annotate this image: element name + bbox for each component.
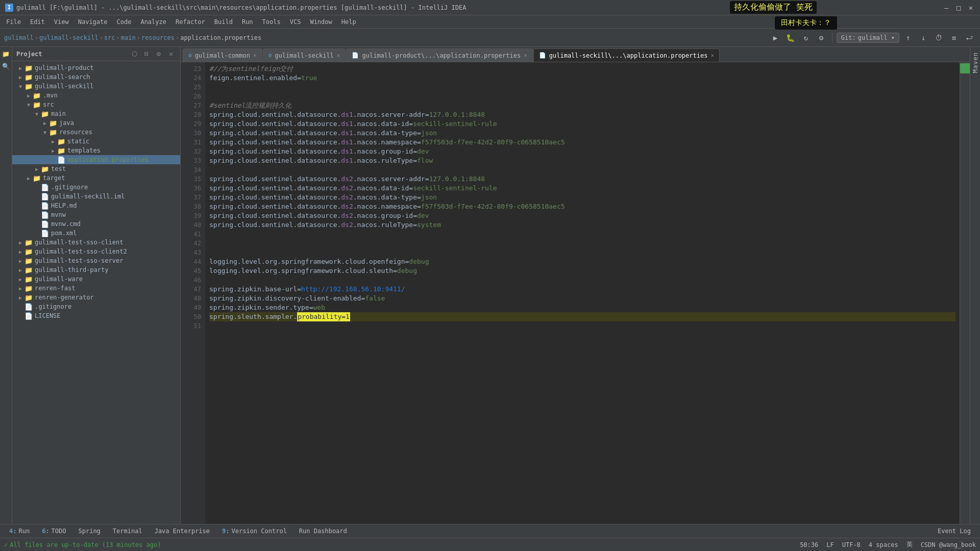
tree-item-pomxml[interactable]: 📄 pom.xml bbox=[12, 229, 180, 238]
toggle-main[interactable]: ▼ bbox=[33, 110, 41, 118]
toggle-test[interactable]: ▶ bbox=[33, 165, 41, 173]
tree-item-ware[interactable]: ▶ 📁 gulimall-ware bbox=[12, 274, 180, 284]
toolbar-git-history[interactable]: ⏱ bbox=[932, 31, 945, 44]
bottom-tab-todo[interactable]: 6: TODO bbox=[37, 526, 71, 536]
bottom-tab-version-control[interactable]: 9: Version Control bbox=[217, 526, 292, 536]
tab-gulimall-seckill[interactable]: ⚙ gulimall-seckill ✕ bbox=[263, 48, 346, 62]
window-controls[interactable]: — □ ✕ bbox=[942, 4, 975, 12]
breadcrumb-file[interactable]: application.properties bbox=[180, 34, 261, 41]
toolbar-debug-btn[interactable]: 🐛 bbox=[784, 31, 797, 44]
panel-icon-external[interactable]: ⬡ bbox=[129, 49, 139, 59]
panel-icon-collapse[interactable]: ⊟ bbox=[141, 49, 152, 59]
tree-item-main[interactable]: ▼ 📁 main bbox=[12, 109, 180, 118]
toolbar-git-push[interactable]: ↑ bbox=[901, 31, 915, 44]
bottom-tab-terminal[interactable]: Terminal bbox=[108, 526, 148, 536]
toolbar-git-annotate[interactable]: ≡ bbox=[947, 31, 961, 44]
breadcrumb-gulimall[interactable]: gulimall bbox=[4, 34, 34, 41]
status-position[interactable]: 50:36 bbox=[800, 541, 818, 548]
tree-item-application-properties[interactable]: 📄 application.properties bbox=[12, 155, 180, 164]
menu-run[interactable]: Run bbox=[238, 17, 257, 27]
breadcrumb-seckill[interactable]: gulimall-seckill bbox=[39, 34, 99, 41]
tab-close-product-prop[interactable]: ✕ bbox=[524, 52, 527, 59]
status-line-ending[interactable]: LF bbox=[826, 541, 834, 548]
toggle-test-sso-client2[interactable]: ▶ bbox=[16, 247, 24, 256]
toggle-renren-generator[interactable]: ▶ bbox=[16, 293, 24, 302]
code-area[interactable]: #//为sentinelfeign交付 feign.sentinel.enabl… bbox=[205, 62, 960, 524]
tree-item-root-gitignore[interactable]: 📄 .gitignore bbox=[12, 302, 180, 311]
tree-item-static[interactable]: ▶ 📁 static bbox=[12, 137, 180, 146]
toggle-mvn[interactable]: ▶ bbox=[24, 91, 33, 99]
tree-item-gulimall-seckill[interactable]: ▼ 📁 gulimall-seckill bbox=[12, 82, 180, 91]
tree-item-target[interactable]: ▶ 📁 target bbox=[12, 173, 180, 183]
minimize-button[interactable]: — bbox=[942, 4, 950, 12]
tree-item-mvnwcmd[interactable]: 📄 mvnw.cmd bbox=[12, 219, 180, 229]
menu-code[interactable]: Code bbox=[113, 17, 136, 27]
toggle-src[interactable]: ▼ bbox=[24, 101, 33, 109]
toggle-test-sso-client[interactable]: ▶ bbox=[16, 238, 24, 246]
toggle-gulimall-seckill[interactable]: ▼ bbox=[16, 82, 24, 90]
toolbar-run-btn[interactable]: ▶ bbox=[769, 31, 782, 44]
toggle-gulimall-product[interactable]: ▶ bbox=[16, 64, 24, 72]
toolbar-git-revert[interactable]: ⮐ bbox=[963, 31, 976, 44]
menu-refactor[interactable]: Refactor bbox=[172, 17, 209, 27]
tree-item-test[interactable]: ▶ 📁 test bbox=[12, 164, 180, 173]
bottom-tab-spring[interactable]: Spring bbox=[74, 526, 106, 536]
toggle-renren-fast[interactable]: ▶ bbox=[16, 284, 24, 292]
tree-item-helpmd[interactable]: 📄 HELP.md bbox=[12, 201, 180, 210]
status-indent[interactable]: 4 spaces bbox=[869, 541, 898, 548]
tree-item-test-sso-client[interactable]: ▶ 📁 gulimall-test-sso-client bbox=[12, 238, 180, 247]
breadcrumb-main[interactable]: main bbox=[121, 34, 136, 41]
breadcrumb-resources[interactable]: resources bbox=[141, 34, 175, 41]
tree-item-mvn[interactable]: ▶ 📁 .mvn bbox=[12, 91, 180, 100]
toolbar-settings-btn[interactable]: ⚙ bbox=[815, 31, 828, 44]
tree-item-gitignore[interactable]: 📄 .gitignore bbox=[12, 183, 180, 192]
tree-item-src[interactable]: ▼ 📁 src bbox=[12, 100, 180, 109]
menu-file[interactable]: File bbox=[2, 17, 25, 27]
toggle-target[interactable]: ▶ bbox=[24, 174, 33, 182]
menu-window[interactable]: Window bbox=[306, 17, 336, 27]
maximize-button[interactable]: □ bbox=[954, 4, 963, 12]
toggle-java[interactable]: ▶ bbox=[41, 119, 49, 127]
menu-build[interactable]: Build bbox=[210, 17, 237, 27]
tree-item-test-sso-server[interactable]: ▶ 📁 gulimall-test-sso-server bbox=[12, 256, 180, 265]
tree-item-templates[interactable]: ▶ 📁 templates bbox=[12, 146, 180, 155]
tree-item-java[interactable]: ▶ 📁 java bbox=[12, 118, 180, 128]
toggle-third-party[interactable]: ▶ bbox=[16, 266, 24, 274]
tab-close-seckill-prop[interactable]: ✕ bbox=[710, 52, 714, 59]
menu-edit[interactable]: Edit bbox=[26, 17, 49, 27]
status-lang[interactable]: 英 bbox=[906, 540, 913, 549]
maven-label[interactable]: Maven bbox=[972, 52, 979, 73]
toggle-ware[interactable]: ▶ bbox=[16, 275, 24, 283]
left-stripe-search-icon[interactable]: 🔍 bbox=[1, 61, 11, 71]
tree-item-license[interactable]: 📄 LICENSE bbox=[12, 311, 180, 320]
tree-item-third-party[interactable]: ▶ 📁 gulimall-third-party bbox=[12, 265, 180, 274]
tree-item-iml[interactable]: 📄 gulimall-seckill.iml bbox=[12, 192, 180, 201]
menu-help[interactable]: Help bbox=[337, 17, 360, 27]
tab-seckill-app-prop[interactable]: 📄 gulimall-seckill\...\application.prope… bbox=[533, 48, 720, 62]
toggle-resources[interactable]: ▼ bbox=[41, 128, 49, 136]
git-branch-dropdown[interactable]: Git: gulimall ▾ bbox=[837, 33, 899, 43]
toggle-test-sso-server[interactable]: ▶ bbox=[16, 257, 24, 265]
toolbar-git-pull[interactable]: ↓ bbox=[917, 31, 930, 44]
breadcrumb-src[interactable]: src bbox=[104, 34, 115, 41]
left-stripe-project-icon[interactable]: 📁 bbox=[1, 49, 11, 59]
menu-vcs[interactable]: VCS bbox=[286, 17, 305, 27]
tree-item-renren-fast[interactable]: ▶ 📁 renren-fast bbox=[12, 284, 180, 293]
tree-item-resources[interactable]: ▼ 📁 resources bbox=[12, 128, 180, 137]
close-button[interactable]: ✕ bbox=[967, 4, 975, 12]
tab-close-gulimall-seckill[interactable]: ✕ bbox=[337, 52, 340, 59]
bottom-tab-run-dashboard[interactable]: Run Dashboard bbox=[294, 526, 352, 536]
tree-item-gulimall-product[interactable]: ▶ 📁 gulimall-product bbox=[12, 63, 180, 72]
bottom-tab-run[interactable]: 4: Run bbox=[4, 526, 35, 536]
tree-item-renren-generator[interactable]: ▶ 📁 renren-generator bbox=[12, 293, 180, 302]
toggle-static[interactable]: ▶ bbox=[49, 137, 57, 145]
bottom-tab-event-log[interactable]: Event Log bbox=[933, 526, 976, 536]
tree-item-gulimall-search[interactable]: ▶ 📁 gulimall-search bbox=[12, 72, 180, 82]
toggle-gulimall-search[interactable]: ▶ bbox=[16, 73, 24, 81]
menu-analyze[interactable]: Analyze bbox=[136, 17, 170, 27]
tab-product-app-prop[interactable]: 📄 gulimall-product\...\application.prope… bbox=[346, 48, 532, 62]
menu-view[interactable]: View bbox=[50, 17, 73, 27]
panel-icon-settings[interactable]: ⚙ bbox=[154, 49, 164, 59]
menu-navigate[interactable]: Navigate bbox=[74, 17, 112, 27]
tree-item-test-sso-client2[interactable]: ▶ 📁 gulimall-test-sso-client2 bbox=[12, 247, 180, 256]
